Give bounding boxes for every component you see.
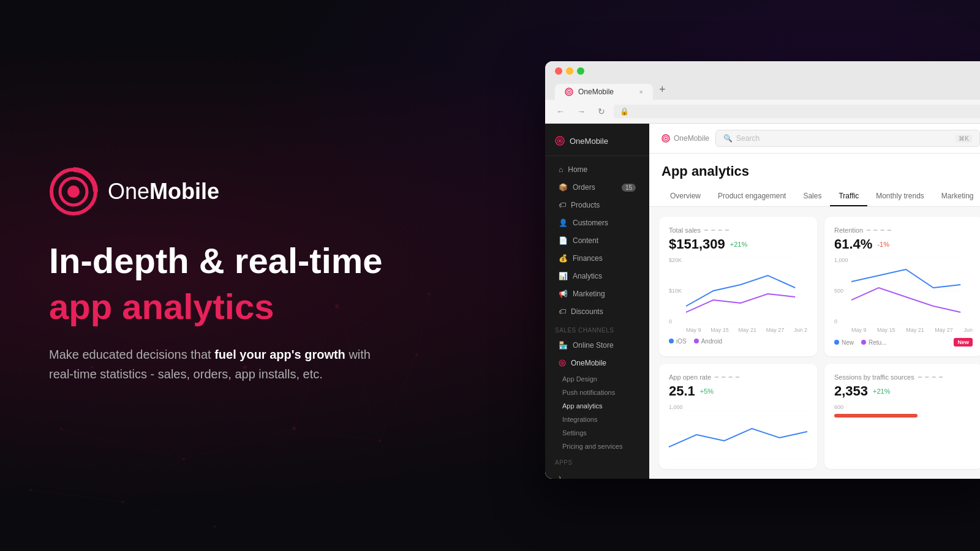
address-bar[interactable]: 🔒	[614, 105, 980, 118]
tab-product-engagement[interactable]: Product engagement	[709, 187, 794, 206]
sidebar-item-orders[interactable]: 📦 Orders 15	[549, 179, 646, 196]
forward-button[interactable]: →	[573, 105, 589, 118]
products-icon: 🏷	[559, 201, 566, 209]
sessions-value: 2,353 +21%	[834, 383, 973, 399]
browser-tabs: OneMobile × +	[555, 80, 980, 100]
sidebar-apps-chevron[interactable]: ›	[549, 469, 646, 479]
tab-sales[interactable]: Sales	[794, 187, 830, 206]
sidebar-brand: OneMobile	[545, 131, 649, 156]
card-sessions: Sessions by traffic sources 2,353 +21% 6…	[824, 364, 980, 469]
tab-traffic[interactable]: Traffic	[830, 187, 867, 206]
sidebar-item-marketing[interactable]: 📢 Marketing	[549, 285, 646, 302]
browser-window: OneMobile × + ← → ↻ 🔒 OneMobile	[545, 61, 980, 479]
refresh-button[interactable]: ↻	[594, 105, 609, 118]
orders-badge: 15	[622, 184, 636, 192]
maximize-dot[interactable]	[577, 67, 584, 75]
analytics-grid: Total sales $151,309 +21% $20K $10K 0	[649, 207, 980, 479]
sidebar-item-online-store[interactable]: 🏪 Online Store	[549, 337, 646, 354]
total-sales-label: Total sales	[669, 227, 807, 234]
brand-header: OneMobile	[662, 134, 709, 143]
svg-point-43	[665, 138, 667, 140]
tab-close-button[interactable]: ×	[639, 88, 643, 96]
lock-icon: 🔒	[620, 107, 629, 116]
search-placeholder: Search	[736, 134, 760, 143]
retention-x-labels: May 9May 15May 21May 27Jun	[834, 327, 973, 333]
svg-point-37	[559, 140, 561, 142]
retention-legend: New Retu... New	[834, 338, 973, 347]
sidebar-item-finances[interactable]: 💰 Finances	[549, 250, 646, 267]
onemobile-logo-icon	[49, 167, 98, 216]
search-shortcut: ⌘K	[956, 135, 972, 143]
apps-label: Apps	[545, 453, 649, 468]
sidebar-sub-app-analytics[interactable]: App analytics	[545, 399, 649, 413]
search-bar[interactable]: 🔍 Search ⌘K	[715, 130, 980, 147]
svg-point-34	[568, 91, 570, 93]
home-icon: ⌂	[559, 165, 563, 174]
logo-area: OneMobile	[49, 167, 392, 216]
tab-marketing[interactable]: Marketing	[933, 187, 980, 206]
back-button[interactable]: ←	[552, 105, 568, 118]
card-app-open-rate: App open rate 25.1 +5% 1,000	[659, 364, 817, 469]
onemobile-nav-icon	[559, 359, 566, 367]
main-content: OneMobile 🔍 Search ⌘K App analytics Over…	[649, 124, 980, 479]
sales-channels-label: Sales channels	[545, 321, 649, 336]
finances-icon: 💰	[559, 254, 568, 263]
sidebar-item-analytics[interactable]: 📊 Analytics	[549, 268, 646, 285]
customers-icon: 👤	[559, 219, 568, 227]
sidebar-item-discounts[interactable]: 🏷 Discounts	[549, 303, 646, 320]
window-controls	[555, 67, 980, 75]
brand-icon	[555, 136, 565, 146]
logo-text: OneMobile	[108, 179, 219, 204]
active-tab[interactable]: OneMobile ×	[555, 84, 653, 100]
headline-2: app analytics	[49, 287, 392, 328]
tab-label: OneMobile	[578, 88, 614, 96]
sessions-y-label: 600	[834, 404, 973, 410]
header-brand-icon	[662, 134, 670, 143]
app-sidebar: OneMobile ⌂ Home 📦 Orders 15 🏷 Products …	[545, 124, 649, 479]
browser-toolbar: ← → ↻ 🔒	[545, 100, 980, 124]
svg-point-40	[562, 362, 563, 364]
left-panel: OneMobile In-depth & real-time app analy…	[0, 0, 441, 551]
close-dot[interactable]	[555, 67, 562, 75]
sales-y-labels: $20K $10K 0	[669, 257, 682, 324]
sidebar-sub-pricing[interactable]: Pricing and services	[545, 440, 649, 453]
analytics-tabs: Overview Product engagement Sales Traffi…	[662, 187, 980, 206]
orders-icon: 📦	[559, 183, 568, 192]
sidebar-item-products[interactable]: 🏷 Products	[549, 197, 646, 214]
card-total-sales: Total sales $151,309 +21% $20K $10K 0	[659, 217, 817, 356]
sales-legend: iOS Android	[669, 338, 807, 345]
total-sales-change: +21%	[730, 241, 747, 248]
sidebar-sub-app-design[interactable]: App Design	[545, 372, 649, 386]
retention-label: Retention	[834, 227, 973, 234]
app-open-rate-chart	[669, 410, 807, 459]
page-header: App analytics Overview Product engagemen…	[649, 154, 980, 207]
new-badge: New	[954, 338, 973, 347]
browser-chrome: OneMobile × +	[545, 61, 980, 100]
app-open-rate-change: +5%	[700, 388, 714, 395]
sidebar-item-onemobile[interactable]: OneMobile	[549, 354, 646, 372]
sidebar-item-content[interactable]: 📄 Content	[549, 232, 646, 249]
retention-value: 61.4% -1%	[834, 236, 973, 252]
app-open-rate-value: 25.1 +5%	[669, 383, 807, 399]
tab-overview[interactable]: Overview	[662, 187, 709, 206]
sessions-bar-chart	[834, 414, 973, 426]
sessions-change: +21%	[873, 388, 890, 395]
subtext: Make educated decisions that fuel your a…	[49, 345, 392, 384]
sales-x-labels: May 9May 15May 21May 27Jun 2	[669, 327, 807, 333]
new-tab-button[interactable]: +	[653, 80, 672, 100]
sidebar-item-customers[interactable]: 👤 Customers	[549, 214, 646, 231]
sidebar-sub-integrations[interactable]: Integrations	[545, 413, 649, 426]
headline-1: In-depth & real-time	[49, 241, 392, 282]
discounts-icon: 🏷	[559, 307, 566, 316]
tab-favicon	[565, 88, 573, 96]
sidebar-item-home[interactable]: ⌂ Home	[549, 161, 646, 178]
sidebar-sub-settings[interactable]: Settings	[545, 426, 649, 440]
sidebar-sub-push[interactable]: Push notifications	[545, 386, 649, 399]
retention-change: -1%	[877, 241, 889, 248]
store-icon: 🏪	[559, 341, 568, 350]
main-header: OneMobile 🔍 Search ⌘K	[649, 124, 980, 154]
svg-point-31	[67, 186, 80, 198]
minimize-dot[interactable]	[566, 67, 573, 75]
tab-monthly-trends[interactable]: Monthly trends	[867, 187, 933, 206]
search-icon: 🔍	[723, 134, 733, 143]
